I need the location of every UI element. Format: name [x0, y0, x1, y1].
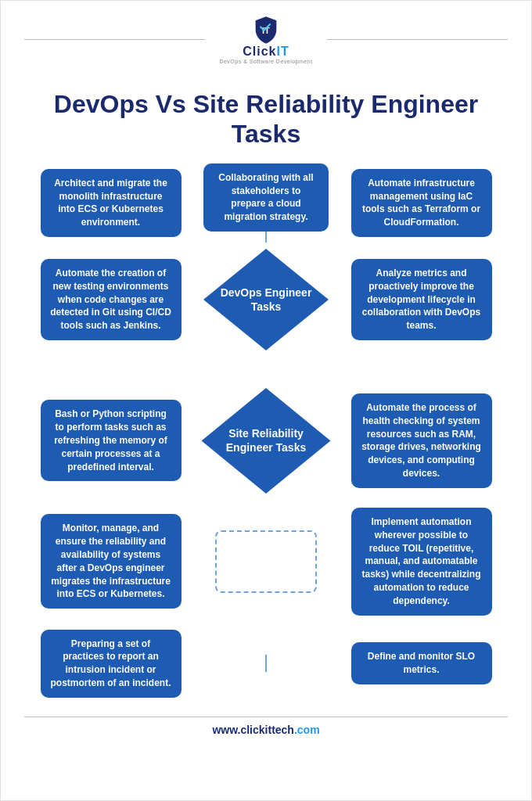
devops-top-vline: [265, 232, 267, 242]
devops-right-card-1: Automate infrastructure management using…: [351, 169, 492, 237]
sre-center-row: Site Reliability Engineer Tasks: [202, 388, 331, 494]
header: IT ClickIT DevOps & Software Development: [24, 1, 508, 72]
sre-center-wrap: Site Reliability Engineer Tasks: [202, 388, 331, 494]
devops-left-card-1: Architect and migrate the monolith infra…: [41, 169, 182, 237]
sre-right2-wrap: Implement automation wherever possible t…: [351, 508, 492, 616]
sre-bottom-hline: [265, 670, 267, 672]
footer-url-plain: www.: [212, 724, 240, 736]
sre-grid: Bash or Python scripting to perform task…: [24, 388, 508, 698]
footer: www.clickittech.com: [24, 717, 508, 737]
devops-left2-wrap: Automate the creation of new testing env…: [41, 259, 182, 340]
devops-left1-wrap: Architect and migrate the monolith infra…: [41, 169, 182, 237]
sre-left1-wrap: Bash or Python scripting to perform task…: [41, 400, 182, 481]
footer-url-bold: clickittech: [240, 724, 293, 736]
devops-center-wrap: DevOps Engineer Tasks: [203, 249, 329, 350]
clickit-logo-icon: IT: [251, 15, 281, 45]
sre-right-card-1: Automate the process of health checking …: [351, 393, 492, 488]
sre-left2-wrap: Monitor, manage, and ensure the reliabil…: [41, 514, 182, 609]
sre-center-connector-box: [215, 530, 317, 593]
sre-bottom-right-wrap: Define and monitor SLO metrics.: [351, 642, 492, 684]
sre-center-vline-wrap: [215, 530, 317, 593]
footer-divider: [24, 717, 508, 718]
devops-center-diamond: DevOps Engineer Tasks: [203, 249, 329, 350]
devops-center-label: DevOps Engineer Tasks: [217, 286, 315, 314]
sre-bottom-center-wrap: [265, 655, 267, 672]
sre-bottom-vline: [265, 655, 267, 670]
sre-section: Bash or Python scripting to perform task…: [24, 388, 508, 698]
sre-center-diamond: Site Reliability Engineer Tasks: [202, 388, 331, 494]
sre-left-card-1: Bash or Python scripting to perform task…: [41, 400, 182, 481]
sre-bottom-left-wrap: Preparing a set of practices to report a…: [41, 630, 182, 698]
sre-bottom-left-card: Preparing a set of practices to report a…: [41, 630, 182, 698]
devops-section: Collaborating with all stakeholders to p…: [24, 163, 508, 357]
header-line: IT ClickIT DevOps & Software Development: [24, 15, 508, 64]
devops-right1-wrap: Automate infrastructure management using…: [351, 169, 492, 237]
footer-url-suffix: .com: [294, 724, 320, 736]
devops-grid: Collaborating with all stakeholders to p…: [24, 163, 508, 357]
sre-bottom-right-card: Define and monitor SLO metrics.: [351, 642, 492, 684]
devops-top-card: Collaborating with all stakeholders to p…: [203, 163, 329, 232]
sre-right1-wrap: Automate the process of health checking …: [351, 393, 492, 488]
logo-area: IT ClickIT DevOps & Software Development: [205, 15, 326, 64]
sre-left-card-2: Monitor, manage, and ensure the reliabil…: [41, 514, 182, 609]
devops-left-card-2: Automate the creation of new testing env…: [41, 259, 182, 340]
footer-url: www.clickittech.com: [212, 724, 319, 736]
logo-text: ClickIT: [243, 45, 289, 59]
page-title: DevOps Vs Site Reliability Engineer Task…: [24, 89, 508, 149]
devops-right2-wrap: Analyze metrics and proactively improve …: [351, 259, 492, 340]
sre-right-card-2: Implement automation wherever possible t…: [351, 508, 492, 616]
devops-top-connector: Collaborating with all stakeholders to p…: [203, 163, 329, 242]
logo-subtext: DevOps & Software Development: [219, 59, 312, 64]
devops-center-row: DevOps Engineer Tasks: [203, 249, 329, 350]
devops-right-card-2: Analyze metrics and proactively improve …: [351, 259, 492, 340]
page-wrapper: IT ClickIT DevOps & Software Development…: [0, 0, 532, 801]
sre-center-label: Site Reliability Engineer Tasks: [216, 426, 317, 454]
